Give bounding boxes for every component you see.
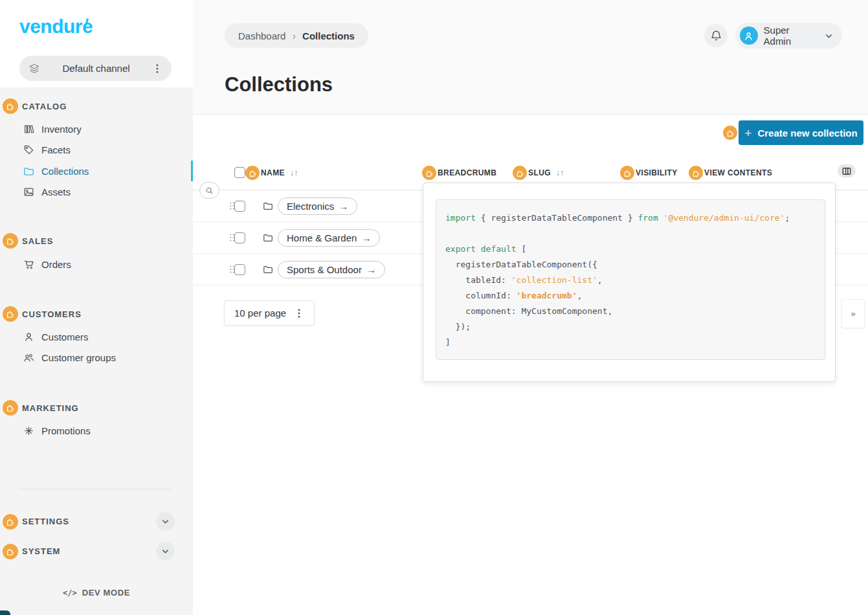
sidebar-item-customers[interactable]: Customers [0, 326, 193, 347]
folder-icon [263, 201, 273, 214]
channel-selector[interactable]: Default channel ⋮ [19, 56, 172, 81]
sidebar-item-inventory[interactable]: Inventory [0, 118, 193, 139]
dev-mode-popover: import { registerDataTableComponent } fr… [423, 183, 836, 382]
layers-icon [28, 63, 40, 74]
next-page-button[interactable]: » [841, 299, 865, 328]
dev-mode-badge-catalog[interactable] [3, 98, 18, 114]
select-all-checkbox[interactable] [234, 167, 245, 178]
section-header-sales: SALES [3, 233, 53, 249]
library-icon [23, 124, 34, 135]
code-icon: </> [63, 588, 77, 598]
breadcrumb: Dashboard › Collections [225, 23, 368, 48]
row-checkbox[interactable] [234, 201, 245, 212]
sidebar-item-label: Promotions [41, 425, 91, 436]
section-header-customers: CUSTOMERS [3, 306, 82, 322]
user-name: Super Admin [764, 25, 818, 47]
row-checkbox[interactable] [234, 232, 245, 243]
collection-name-chip[interactable]: Home & Garden→ [278, 229, 380, 247]
dev-mode-badge-name-column[interactable] [245, 166, 260, 180]
breadcrumb-separator-icon: › [292, 30, 296, 41]
section-label: SALES [22, 236, 53, 246]
section-label: SYSTEM [22, 546, 60, 556]
sidebar-item-assets[interactable]: Assets [0, 181, 193, 202]
column-header-slug[interactable]: SLUG↓↑ [528, 163, 564, 183]
sidebar-item-customer-groups[interactable]: Customer groups [0, 347, 193, 368]
column-settings-button[interactable] [838, 164, 856, 177]
bell-icon [710, 30, 722, 42]
avatar [740, 27, 758, 45]
asterisk-icon [23, 425, 34, 436]
top-header: Dashboard › Collections Super Admin Coll… [193, 0, 868, 115]
dev-mode-badge-view-contents-column[interactable] [689, 166, 703, 180]
dev-mode-badge-slug-column[interactable] [513, 166, 527, 180]
vendure-logo[interactable]: vendure [19, 16, 93, 38]
dev-mode-badge-sales[interactable] [3, 233, 18, 249]
dev-mode-badge-system[interactable] [3, 544, 18, 559]
page-title: Collections [225, 73, 333, 96]
arrow-right-icon: → [366, 264, 376, 275]
arrow-right-icon: → [339, 201, 348, 212]
user-icon [23, 331, 34, 342]
section-system: SYSTEM [3, 542, 175, 561]
notifications-button[interactable] [704, 24, 728, 47]
vendure-admin-screen: vendure Default channel ⋮ CATALOG Invent… [0, 0, 868, 615]
dev-mode-badge-breadcrumb-column[interactable] [422, 166, 436, 180]
section-label: SETTINGS [22, 517, 69, 526]
channel-label: Default channel [40, 63, 152, 74]
dev-mode-label: DEV MODE [82, 588, 130, 598]
sidebar-item-orders[interactable]: Orders [0, 254, 193, 274]
folder-icon [263, 232, 273, 245]
sidebar-item-facets[interactable]: Facets [0, 139, 193, 160]
collection-name-chip[interactable]: Sports & Outdoor→ [278, 261, 385, 278]
breadcrumb-collections: Collections [302, 30, 355, 41]
corner-toast-fragment [0, 610, 10, 615]
chevron-down-icon [824, 31, 834, 41]
expand-system-button[interactable] [156, 542, 175, 561]
sidebar-item-label: Assets [41, 186, 71, 197]
section-label: MARKETING [22, 403, 79, 413]
breadcrumb-dashboard[interactable]: Dashboard [238, 30, 285, 41]
user-menu[interactable]: Super Admin [735, 23, 842, 49]
dev-mode-badge-marketing[interactable] [3, 400, 18, 416]
sort-icon[interactable]: ↓↑ [290, 168, 298, 177]
expand-settings-button[interactable] [156, 512, 175, 531]
sort-icon[interactable]: ↓↑ [556, 168, 564, 177]
items-per-page-select[interactable]: 10 per page ⋮ [224, 300, 315, 326]
folder-icon [263, 264, 273, 277]
sidebar: vendure Default channel ⋮ CATALOG Invent… [0, 0, 193, 615]
dev-mode-badge-customers[interactable] [3, 306, 18, 322]
users-icon [23, 352, 34, 363]
sidebar-item-promotions[interactable]: Promotions [0, 420, 193, 441]
section-header-marketing: MARKETING [3, 400, 79, 416]
dev-mode-badge-create-button[interactable] [723, 126, 737, 140]
sidebar-item-label: Inventory [41, 124, 82, 135]
section-label: CATALOG [22, 102, 67, 111]
dev-mode-toggle[interactable]: </> DEV MODE [0, 588, 193, 598]
plus-icon: + [744, 127, 751, 139]
channel-menu-icon[interactable]: ⋮ [152, 63, 162, 74]
column-header-name[interactable]: NAME↓↑ [261, 163, 298, 183]
folder-icon [23, 166, 34, 177]
sidebar-item-label: Collections [41, 166, 89, 177]
main-area: Dashboard › Collections Super Admin Coll… [193, 0, 868, 615]
code-block: import { registerDataTableComponent } fr… [436, 199, 825, 360]
section-header-catalog: CATALOG [3, 98, 67, 114]
row-checkbox[interactable] [234, 264, 245, 275]
collection-name-chip[interactable]: Electronics→ [278, 197, 357, 215]
column-header-visibility: VISIBILITY [636, 163, 678, 183]
sidebar-item-label: Customer groups [41, 352, 116, 363]
sidebar-item-collections[interactable]: Collections [0, 161, 193, 181]
column-header-view-contents: VIEW CONTENTS [704, 163, 772, 183]
create-new-collection-button[interactable]: + Create new collection [739, 120, 863, 145]
dev-mode-badge-settings[interactable] [3, 514, 18, 530]
image-icon [23, 186, 34, 197]
columns-icon [842, 167, 851, 175]
sidebar-item-label: Orders [41, 259, 71, 270]
dev-mode-badge-visibility-column[interactable] [620, 166, 634, 180]
sidebar-divider [18, 489, 172, 489]
kebab-icon: ⋮ [294, 308, 304, 319]
column-header-breadcrumb: BREADCRUMB [438, 163, 496, 183]
table-header: NAME↓↑ BREADCRUMB SLUG↓↑ VISIBILITY VIEW… [193, 163, 868, 183]
cart-icon [23, 259, 34, 270]
sidebar-item-label: Customers [41, 331, 89, 342]
